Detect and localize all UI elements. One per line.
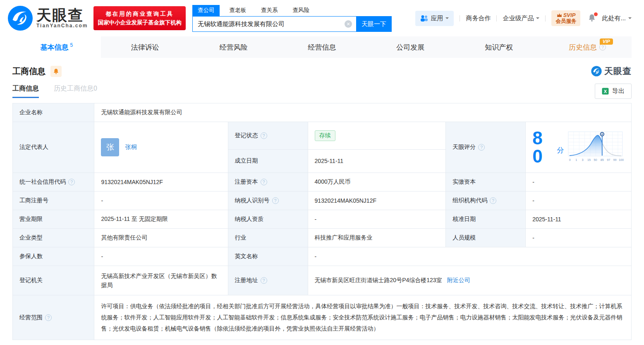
industry-value: 科技推广和应用服务业 [308,229,446,247]
vip-badge: VIP [600,38,613,45]
help-icon[interactable] [68,179,75,185]
taxpayer-qual-label: 纳税人资质 [228,210,308,229]
search-tab-relation[interactable]: 查关系 [256,5,283,16]
help-icon[interactable] [261,132,267,139]
uscc-label: 统一社会信用代码 [13,173,94,192]
tab-operation-info[interactable]: 经营信息 [278,36,366,58]
section-title: 工商信息 [12,66,45,77]
apps-menu[interactable]: 应用 [415,11,454,26]
nearby-companies-link[interactable]: 附近公司 [447,277,470,283]
search-block: 查公司 查老板 查关系 查风险 天眼一下 [192,5,392,32]
subtab-business-info[interactable]: 工商信息 [12,84,39,98]
taxpayer-id-label: 纳税人识别号 [228,192,308,210]
subtab-history-business-info[interactable]: 历史工商信息0 [54,84,97,98]
help-icon[interactable] [478,144,485,151]
reg-capital-label: 注册资本 [228,173,308,192]
business-cooperation-link[interactable]: 商务合作 [466,14,491,22]
help-icon[interactable] [45,314,52,321]
crown-icon [557,13,562,17]
search-tab-risk[interactable]: 查风险 [287,5,315,16]
brand-slogan-banner: 都在用的商业查询工具 国家中小企业发展子基金旗下机构 [93,6,186,30]
tab-intellectual-property[interactable]: 知识产权 [455,36,543,58]
svip-sublabel: 会员服务 [555,18,576,24]
apps-label: 应用 [431,14,443,22]
company-nav-tabs: 基本信息 5 法律诉讼 经营风险 经营信息 公司发展 知识产权 历史信息 VIP [12,36,632,58]
header-right-menu: 应用 商务合作 企业级产品 SVIP 会员服务 [415,10,632,26]
approve-date-label: 核准日期 [446,210,526,229]
company-type-value: 其他有限责任公司 [94,229,228,247]
help-icon[interactable] [272,197,279,204]
tab-company-development[interactable]: 公司发展 [366,36,455,58]
taxpayer-id-value: 91320214MAK05NJ12F [308,192,446,210]
divider [460,15,460,22]
svg-text:X: X [604,89,607,94]
address-value: 无锡市新吴区旺庄街道锡士路20号P4综合楼123室附近公司 [308,266,631,295]
watermark-logo: 天眼查 [591,65,632,77]
table-row: 营业期限 2025-11-11 至 无固定期限 纳税人资质 - 核准日期 202… [13,210,632,229]
table-row: 工商注册号 - 纳税人识别号 91320214MAK05NJ12F 组织机构代码… [13,192,632,210]
top-header: 天眼查 TianYanCha.com 都在用的商业查询工具 国家中小企业发展子基… [0,0,644,36]
excel-icon: X [602,88,609,95]
tab-legal-litigation[interactable]: 法律诉讼 [101,36,189,58]
slogan-line2: 国家中小企业发展子基金旗下机构 [98,18,182,27]
search-tab-boss[interactable]: 查老板 [224,5,251,16]
score-distribution-chart: 0 1 3 15 50 85 97 99 100 [568,131,625,164]
enterprise-products-menu[interactable]: 企业级产品 [503,14,539,22]
tianyancha-logo[interactable]: 天眼查 TianYanCha.com [7,5,88,31]
search-button[interactable]: 天眼一下 [356,16,392,32]
svg-text:100: 100 [619,158,624,162]
svg-text:0: 0 [569,158,571,162]
reg-status-value: 存续 [308,122,446,150]
slogan-line1: 都在用的商业查询工具 [98,10,182,18]
table-row: 企业名称 无锡软通能源科技发展有限公司 [13,103,632,122]
svg-text:1: 1 [575,158,577,162]
reg-authority-value: 无锡高新技术产业开发区（无锡市新吴区）数据局 [94,266,228,295]
org-code-value: - [526,192,632,210]
reg-status-label: 登记状态 [228,122,308,150]
reg-no-value: - [94,192,228,210]
table-row: 经营范围 许可项目：供电业务（依法须经批准的项目，经相关部门批准后方可开展经营活… [13,295,632,340]
address-text: 无锡市新吴区旺庄街道锡士路20号P4综合楼123室 [315,277,442,283]
logo-domain: TianYanCha.com [36,23,88,29]
insured-count-label: 参保人数 [13,247,94,266]
table-row: 登记机关 无锡高新技术产业开发区（无锡市新吴区）数据局 注册地址 无锡市新吴区旺… [13,266,632,295]
help-icon[interactable] [599,44,606,50]
chevron-down-icon [628,17,632,21]
search-tab-company[interactable]: 查公司 [192,5,220,16]
address-label: 注册地址 [228,266,308,295]
uscc-value: 91320214MAK05NJ12F [94,173,228,192]
help-icon[interactable] [261,179,267,185]
tab-history-info[interactable]: 历史信息 VIP [543,36,632,58]
bell-icon [53,68,59,74]
table-row: 法定代表人 张 张桐 登记状态 存续 天眼评分 80 分 [13,122,632,150]
svg-text:3: 3 [582,158,584,162]
svg-text:97: 97 [607,158,610,162]
reg-authority-label: 登记机关 [13,266,94,295]
table-row: 企业类型 其他有限责任公司 行业 科技推广和应用服务业 人员规模 - [13,229,632,247]
tab-basic-info[interactable]: 基本信息 5 [12,36,101,58]
logo-title: 天眼查 [36,8,88,23]
avatar[interactable]: 张 [101,138,119,156]
reg-no-label: 工商注册号 [13,192,94,210]
export-button[interactable]: X 导出 [595,84,632,99]
help-icon[interactable] [261,277,267,284]
table-row: 统一社会信用代码 91320214MAK05NJ12F 注册资本 4000万人民… [13,173,632,192]
est-date-label: 成立日期 [228,149,308,172]
svg-text:85: 85 [601,158,604,162]
svip-label: SVIP [563,12,576,18]
help-icon[interactable] [490,197,496,204]
taxpayer-qual-value: - [308,210,446,229]
clear-search-icon[interactable] [345,20,352,28]
legal-rep-link[interactable]: 张桐 [125,144,136,151]
business-info-table: 企业名称 无锡软通能源科技发展有限公司 法定代表人 张 张桐 登记状态 存续 天… [12,103,632,340]
staff-size-value: - [526,229,632,247]
term-value: 2025-11-11 至 无固定期限 [94,210,228,229]
reg-capital-value: 4000万人民币 [308,173,446,192]
notifications-button[interactable] [588,14,596,23]
search-input[interactable] [198,21,345,28]
tab-operation-risk[interactable]: 经营风险 [189,36,278,58]
account-menu[interactable]: 此处有... [602,14,632,22]
svip-membership-button[interactable]: SVIP 会员服务 [551,10,580,26]
monitor-bell-button[interactable] [50,66,62,77]
watermark-text: 天眼查 [604,65,632,77]
